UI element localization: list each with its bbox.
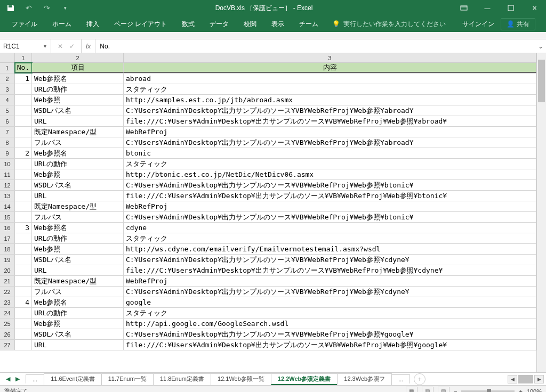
cell-item[interactable]: WSDLパス名 [32,329,124,339]
cell-item[interactable]: フルパス [32,137,124,148]
cell-no[interactable] [15,265,32,275]
tab-nav-prev[interactable]: ◀ [4,375,12,382]
cell-content[interactable]: スタティック [124,84,536,94]
zoom-thumb[interactable] [487,389,491,393]
fx-label[interactable]: fx [82,39,95,53]
tab-formulas[interactable]: 数式 [174,16,202,32]
cell-content[interactable]: file:///C:¥Users¥Admin¥Desktop¥出力サンプルのソー… [124,191,536,201]
cell-content[interactable]: C:¥Users¥Admin¥Desktop¥出力サンプルのソース¥VB¥Web… [124,105,536,116]
cell-item[interactable]: URL [32,116,124,126]
cell-content[interactable]: C:¥Users¥Admin¥Desktop¥出力サンプルのソース¥VB¥Web… [124,180,536,190]
tab-review[interactable]: 校閲 [236,16,264,32]
row-header[interactable]: 24 [0,308,15,318]
cell-no[interactable] [15,105,32,116]
row-header[interactable]: 10 [0,159,15,169]
row-header[interactable]: 14 [0,201,15,211]
sheet-tab[interactable]: 11.7Enum一覧 [101,373,154,385]
row-header[interactable]: 8 [0,137,15,148]
cell-item[interactable]: Web参照名 [32,74,124,84]
cell-content[interactable]: WebRefProj [124,201,536,211]
cell-no[interactable]: 1 [15,74,32,84]
cell-content[interactable]: WebRefProj [124,127,536,137]
cell-item[interactable]: URLの動作 [32,84,124,94]
cancel-formula-icon[interactable]: ✕ [58,43,63,50]
cell-content[interactable]: http://api.google.com/GoogleSearch.wsdl [124,318,536,329]
row-header[interactable]: 18 [0,244,15,254]
cell-content-header[interactable]: 内容 [124,63,536,73]
save-button[interactable] [4,2,17,14]
cell-content[interactable]: C:¥Users¥Admin¥Desktop¥出力サンプルのソース¥VB¥Web… [124,287,536,297]
cell-no[interactable]: 2 [15,148,32,158]
cell-no[interactable] [15,255,32,265]
cell-no-header[interactable]: No. [15,63,32,73]
cell-no[interactable] [15,212,32,222]
row-header[interactable]: 22 [0,287,15,297]
cell-no[interactable] [15,308,32,318]
normal-view-button[interactable]: ▦ [406,387,417,393]
cell-item[interactable]: URL [32,265,124,275]
cell-item[interactable]: Web参照 [32,244,124,254]
pagebreak-view-button[interactable]: ▤ [438,387,449,393]
tab-insert[interactable]: 挿入 [79,16,107,32]
cell-content[interactable]: abroad [124,74,536,84]
cell-content[interactable]: cdyne [124,223,536,233]
cell-content[interactable]: file:///C:¥Users¥Admin¥Desktop¥出力サンプルのソー… [124,116,536,126]
hscroll-thumb[interactable] [518,375,533,383]
cell-item[interactable]: URL [32,191,124,201]
cell-item[interactable]: Web参照名 [32,223,124,233]
row-header[interactable]: 17 [0,233,15,243]
cell-no[interactable] [15,169,32,179]
cell-no[interactable] [15,287,32,297]
qat-customize-icon[interactable]: ▾ [59,2,71,14]
vertical-scrollbar[interactable] [536,53,546,372]
row-header[interactable]: 25 [0,318,15,329]
ribbon-display-button[interactable] [452,0,476,16]
tab-view[interactable]: 表示 [264,16,292,32]
row-header[interactable]: 9 [0,148,15,158]
cell-item-header[interactable]: 項目 [32,63,124,73]
cell-content[interactable]: WebRefProj [124,276,536,286]
redo-button[interactable]: ↷ [41,2,53,14]
cell-item[interactable]: Web参照名 [32,148,124,158]
cell-no[interactable]: 3 [15,223,32,233]
formula-input[interactable]: No. [95,39,535,53]
name-box[interactable]: R1C1 ▼ [0,39,51,53]
cell-content[interactable]: http://ws.cdyne.com/emailverify/Emailver… [124,244,536,254]
cell-content[interactable]: C:¥Users¥Admin¥Desktop¥出力サンプルのソース¥VB¥Web… [124,212,536,222]
cell-no[interactable] [15,318,32,329]
sheet-tab[interactable]: 11.8Enum定義書 [153,373,211,385]
zoom-level[interactable]: 100% [527,388,542,393]
sheet-tab-more-right[interactable]: ... [391,374,410,383]
row-header[interactable]: 20 [0,265,15,275]
enter-formula-icon[interactable]: ✓ [69,43,75,50]
cell-item[interactable]: フルパス [32,287,124,297]
row-header[interactable]: 12 [0,180,15,190]
cell-no[interactable] [15,127,32,137]
cell-no[interactable] [15,180,32,190]
minimize-button[interactable]: — [476,0,499,16]
row-header[interactable]: 16 [0,223,15,233]
hscroll-left[interactable]: ◀ [508,375,517,383]
cell-item[interactable]: Web参照 [32,318,124,329]
row-header[interactable]: 6 [0,116,15,126]
cell-content[interactable]: C:¥Users¥Admin¥Desktop¥出力サンプルのソース¥VB¥Web… [124,329,536,339]
scroll-thumb[interactable] [538,60,545,102]
cell-content[interactable]: スタティック [124,159,536,169]
new-sheet-button[interactable]: + [414,373,425,385]
zoom-in-button[interactable]: + [519,388,522,393]
row-header[interactable]: 26 [0,329,15,339]
undo-button[interactable]: ↶ [22,2,35,14]
sheet-tab-more-left[interactable]: ... [26,374,44,383]
row-header[interactable]: 19 [0,255,15,265]
cell-no[interactable] [15,191,32,201]
cell-item[interactable]: URLの動作 [32,308,124,318]
row-header[interactable]: 27 [0,340,15,350]
tab-data[interactable]: データ [202,16,236,32]
cell-content[interactable]: google [124,297,536,307]
cell-item[interactable]: URL [32,340,124,350]
cell-no[interactable] [15,340,32,350]
cell-item[interactable]: URLの動作 [32,159,124,169]
row-header[interactable]: 21 [0,276,15,286]
hscroll-right[interactable]: ▶ [534,375,544,383]
cell-item[interactable]: Web参照名 [32,297,124,307]
